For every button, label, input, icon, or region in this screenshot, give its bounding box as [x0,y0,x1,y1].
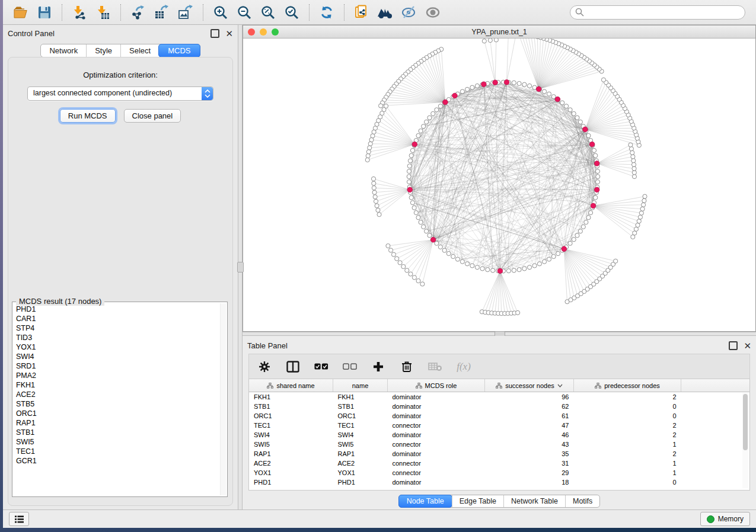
table-cell[interactable]: ORC1 [333,411,388,421]
ring-node[interactable] [596,174,600,178]
table-cell[interactable]: STB1 [249,402,333,411]
dominator-node[interactable] [562,246,567,252]
dominator-node[interactable] [591,203,596,209]
satellite-node[interactable] [375,204,379,208]
satellite-node[interactable] [386,243,390,248]
satellite-node[interactable] [372,190,377,194]
dominator-node[interactable] [493,80,498,85]
delete-table-icon[interactable] [428,360,442,374]
table-cell[interactable]: 0 [574,402,681,411]
ring-node[interactable] [416,133,420,137]
ring-node[interactable] [542,259,546,264]
table-cell[interactable]: ORC1 [249,411,333,421]
zoom-out-icon[interactable] [235,4,253,21]
satellite-node[interactable] [405,268,409,273]
table-cell[interactable]: 61 [485,411,574,421]
satellite-node[interactable] [374,199,378,203]
table-cell[interactable]: 46 [485,430,574,440]
satellite-node[interactable] [642,198,646,203]
dominator-node[interactable] [481,82,487,87]
table-cell[interactable]: PHD1 [333,477,388,487]
mcds-result-item[interactable]: YOX1 [16,342,220,352]
dominator-node[interactable] [504,80,509,85]
mcds-result-item[interactable]: SRD1 [16,361,220,371]
export-table-icon[interactable] [153,4,171,21]
ring-node[interactable] [409,153,413,158]
table-cell[interactable]: 18 [485,477,574,487]
ring-node[interactable] [419,220,423,225]
satellite-node[interactable] [388,248,393,252]
node-table-header[interactable]: shared namenameMCDS rolesuccessor nodesp… [249,379,750,392]
ring-node[interactable] [424,229,428,233]
function-builder-icon[interactable]: f(x) [457,360,471,374]
add-column-icon[interactable] [371,360,385,374]
find-icon[interactable] [377,4,394,21]
close-panel-icon[interactable]: ✕ [225,30,233,37]
table-cell[interactable]: connector [388,468,485,477]
satellite-node[interactable] [373,195,377,199]
ring-node[interactable] [414,210,418,214]
table-cell[interactable]: RAP1 [249,449,333,459]
scrollbar-thumb[interactable] [743,394,748,450]
float-panel-icon[interactable] [210,29,219,38]
result-scrollbar[interactable] [220,303,226,495]
table-cell[interactable]: 2 [574,392,681,402]
ring-node[interactable] [595,169,599,174]
ring-node[interactable] [409,196,413,200]
column-header-predecessor-nodes[interactable]: predecessor nodes [574,379,681,392]
table-row[interactable]: STB1STB1dominator620 [249,402,750,411]
dominator-node[interactable] [407,187,413,193]
dominator-node[interactable] [594,187,599,193]
dominator-node[interactable] [589,142,595,147]
network-window-titlebar[interactable]: YPA_prune.txt_1 [243,25,755,39]
table-cell[interactable]: YOX1 [249,468,333,477]
table-settings-icon[interactable] [257,360,272,374]
satellite-node[interactable] [629,147,633,151]
mcds-result-item[interactable]: SWI5 [16,437,220,447]
ring-node[interactable] [522,267,527,271]
dominator-node[interactable] [452,93,458,98]
ring-node[interactable] [517,268,521,272]
table-cell[interactable]: dominator [388,411,485,421]
ring-node[interactable] [407,180,411,184]
satellite-node[interactable] [372,186,376,190]
satellite-node[interactable] [412,275,416,280]
satellite-node[interactable] [372,181,376,185]
mcds-result-item[interactable]: STP4 [16,323,220,333]
table-cell[interactable]: RAP1 [333,449,388,459]
ring-node[interactable] [547,92,551,96]
table-cell[interactable]: 43 [485,440,574,449]
export-network-icon[interactable] [129,4,147,21]
satellite-node[interactable] [638,215,642,219]
ring-node[interactable] [517,81,521,85]
export-image-icon[interactable] [177,4,194,21]
table-cell[interactable]: dominator [388,477,485,487]
network-graph[interactable] [243,39,755,331]
ring-node[interactable] [578,120,582,124]
import-table-icon[interactable] [94,4,112,21]
ring-node[interactable] [442,248,446,252]
dominator-node[interactable] [497,268,503,274]
satellite-node[interactable] [637,219,641,223]
table-row[interactable]: PHD1PHD1dominator180 [249,477,750,487]
ring-node[interactable] [435,108,439,112]
table-row[interactable]: SWI5SWI5connector431 [249,440,750,449]
dominator-node[interactable] [412,142,417,147]
dominator-node[interactable] [430,237,436,242]
column-header-name[interactable]: name [333,379,388,392]
table-scrollbar[interactable] [742,393,748,488]
ring-node[interactable] [446,251,451,255]
table-cell[interactable]: TEC1 [249,421,333,430]
table-cell[interactable]: dominator [388,392,485,402]
zoom-selected-icon[interactable] [283,4,301,21]
ring-node[interactable] [419,129,423,133]
ring-node[interactable] [592,148,596,152]
satellite-node[interactable] [601,78,605,82]
search-field[interactable] [570,5,745,20]
tab-motifs[interactable]: Motifs [565,495,599,507]
satellite-node[interactable] [632,174,636,178]
satellite-node[interactable] [639,211,643,215]
satellite-node[interactable] [401,264,406,268]
tab-edge-table[interactable]: Edge Table [452,495,503,507]
table-row[interactable]: TEC1TEC1connector472 [249,421,750,430]
